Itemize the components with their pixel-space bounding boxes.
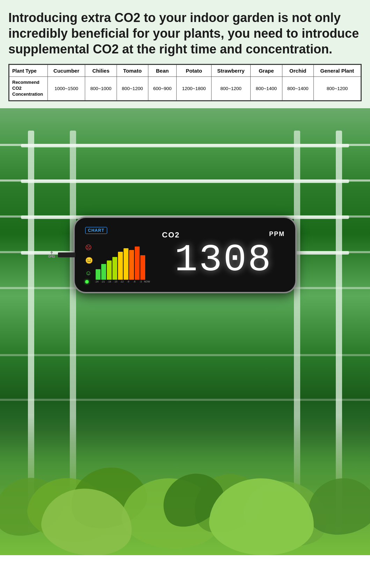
device-chart: CHART ☹ 😐 ☺ -24-21-18-15-12-9-6-3NOW: [85, 227, 155, 283]
x-label-1: -21: [100, 280, 106, 283]
row-label: Recommend CO2 Concentration: [9, 77, 48, 101]
usb-symbol-icon: [45, 249, 58, 261]
top-section: Introducing extra CO2 to your indoor gar…: [0, 0, 370, 108]
co2-value-display: 1308: [175, 241, 272, 279]
bar-0: [96, 269, 101, 280]
col-header-orchid: Orchid: [282, 65, 313, 77]
bar-8: [140, 255, 145, 280]
bar-5: [124, 248, 128, 280]
table-data-row: Recommend CO2 Concentration 1000~1500 80…: [9, 77, 361, 101]
cell-potato: 1200~1800: [177, 77, 212, 101]
lettuce-leaves: [0, 381, 370, 555]
col-header-strawberry: Strawberry: [211, 65, 250, 77]
x-label-4: -12: [119, 280, 125, 283]
cell-bean: 600~900: [148, 77, 177, 101]
x-label-7: -3: [138, 280, 144, 283]
shelf-row-6: [0, 354, 370, 356]
bar-6: [129, 250, 134, 280]
chart-label-row: CHART: [85, 227, 155, 234]
x-label-5: -9: [125, 280, 131, 283]
col-header-grape: Grape: [251, 65, 282, 77]
cell-cucumber: 1000~1500: [48, 77, 85, 101]
chart-x-labels: -24-21-18-15-12-9-6-3NOW: [85, 280, 155, 283]
chart-area: ☹ 😐 ☺: [85, 236, 155, 280]
smiley-yellow: 😐: [85, 257, 93, 264]
device-readings: CO2 PPM 1308: [155, 230, 285, 279]
co2-table-wrapper: Plant Type Cucumber Chilies Tomato Bean …: [8, 64, 362, 101]
cell-orchid: 800~1400: [282, 77, 313, 101]
x-label-8: NOW: [144, 280, 150, 283]
ppm-label: PPM: [269, 230, 285, 238]
bar-4: [118, 252, 123, 280]
cell-strawberry: 800~1200: [211, 77, 250, 101]
cell-general: 800~1200: [313, 77, 361, 101]
cell-tomato: 800~1200: [117, 77, 148, 101]
farm-section: CHART ☹ 😐 ☺ -24-21-18-15-12-9-6-3NOW: [0, 108, 370, 555]
bar-7: [135, 247, 140, 280]
chart-tag: CHART: [85, 227, 107, 234]
co2-table: Plant Type Cucumber Chilies Tomato Bean …: [9, 65, 361, 101]
cell-chilies: 800~1000: [85, 77, 117, 101]
col-header-tomato: Tomato: [117, 65, 148, 77]
pipe-h-1: [21, 144, 349, 147]
bar-2: [107, 260, 112, 280]
x-label-2: -18: [106, 280, 112, 283]
col-header-chilies: Chilies: [85, 65, 117, 77]
x-label-6: -6: [131, 280, 138, 283]
bar-3: [112, 257, 117, 280]
x-label-3: -15: [112, 280, 119, 283]
bar-chart: [96, 241, 145, 280]
cell-grape: 800~1400: [251, 77, 282, 101]
col-header-potato: Potato: [177, 65, 212, 77]
headline: Introducing extra CO2 to your indoor gar…: [8, 10, 362, 57]
pipe-h-2: [21, 179, 349, 183]
led-indicator: [85, 280, 89, 284]
usb-cable: [58, 252, 75, 257]
col-header-cucumber: Cucumber: [48, 65, 85, 77]
smiley-indicators: ☹ 😐 ☺: [85, 241, 93, 280]
bar-1: [101, 264, 106, 280]
device-container: CHART ☹ 😐 ☺ -24-21-18-15-12-9-6-3NOW: [73, 216, 297, 293]
table-header-row: Plant Type Cucumber Chilies Tomato Bean …: [9, 65, 361, 77]
col-header-bean: Bean: [148, 65, 177, 77]
col-header-general: General Plant: [313, 65, 361, 77]
x-label-0: -24: [94, 280, 100, 283]
col-header-plant-type: Plant Type: [9, 65, 48, 77]
smiley-red: ☹: [85, 244, 93, 251]
usb-port: [58, 252, 75, 257]
co2-device: CHART ☹ 😐 ☺ -24-21-18-15-12-9-6-3NOW: [73, 216, 297, 293]
smiley-green: ☺: [85, 270, 93, 276]
